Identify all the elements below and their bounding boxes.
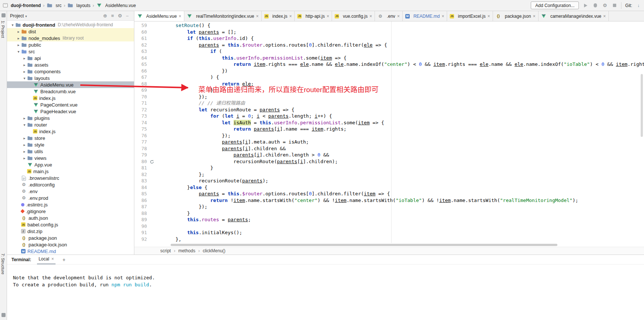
hide-panel-icon[interactable] [124,13,131,19]
tree-item-store[interactable]: store [7,135,134,141]
chevron-collapsed-icon[interactable] [16,43,21,47]
chevron-collapsed-icon[interactable] [22,70,27,74]
toolwindow-structure-button[interactable]: 7: Structure [1,253,5,274]
settings-icon[interactable] [602,3,608,9]
close-tab-icon[interactable] [256,14,259,19]
code-line[interactable]: 66 }) [134,68,644,74]
code-line[interactable]: 75 return parents[i].name === item.right… [134,126,644,132]
close-tab-icon[interactable] [442,14,444,19]
close-tab-icon[interactable] [533,14,536,19]
breadcrumb-item-asidemenu-vue[interactable]: AsideMenu.vue [96,3,136,8]
tree-item-browserslistrc[interactable]: .browserslistrc [7,175,134,181]
new-terminal-tab-icon[interactable] [61,257,67,263]
tree-item-plugins[interactable]: plugins [7,115,134,121]
tree-item-assets[interactable]: assets [7,61,134,68]
tree-item-breadcrumb-vue[interactable]: Breadcrumb.vue [7,88,134,95]
stop-icon[interactable] [611,3,617,9]
tree-item-babel-config-js[interactable]: babel.config.js [7,221,134,228]
breadcrumb-item-duoji-frontend[interactable]: duoji-frontend [11,3,41,8]
tree-item-layouts[interactable]: layouts [7,75,134,81]
chevron-collapsed-icon[interactable] [16,36,21,40]
close-tab-icon[interactable] [326,14,329,19]
tree-item-router[interactable]: router [7,121,134,128]
tab-http-api-js[interactable]: http-api.js [295,11,332,21]
code-line[interactable]: 71 // // 递归权限路由 [134,100,644,107]
code-line[interactable]: 76 }); [134,132,644,139]
code-line[interactable]: 85 parents = this.$router.options.routes… [134,191,644,197]
close-tab-icon[interactable] [179,14,181,19]
chevron-collapsed-icon[interactable] [16,30,21,34]
view-options-icon[interactable] [109,13,116,18]
code-line[interactable]: 84 }else { [134,184,644,191]
terminal-body[interactable]: Note that the development build is not o… [7,265,644,288]
code-line[interactable]: 59 setRoute() { [134,22,644,29]
code-line[interactable]: 89 this.routes = parents; [134,216,644,223]
window-menu-icon[interactable] [3,3,8,7]
code-line[interactable]: 82 }; [134,171,644,178]
tree-item-main-js[interactable]: main.js [7,168,134,175]
code-line[interactable]: 87 }); [134,203,644,210]
tree-item-eslintrc-js[interactable]: .eslintrc.js [7,201,134,208]
code-line[interactable]: 64 this.userInfo.permissionList.some(ite… [134,55,644,61]
close-tab-icon[interactable] [289,14,292,19]
code-line[interactable]: 80 recursionRoute(parents[i].children); [134,158,644,165]
chevron-expanded-icon[interactable] [10,23,15,27]
tree-item-duoji-frontend[interactable]: duoji-frontendD:\zheheWeb\duoji-frontend [7,21,134,28]
horizontal-scrollbar-thumb[interactable] [171,244,557,246]
code-line[interactable]: 67 ) { [134,74,644,81]
chevron-collapsed-icon[interactable] [22,63,27,67]
code-line[interactable]: 63 if ( [134,48,644,55]
tab-importexcel-js[interactable]: importExcel.js [447,11,493,21]
vcs-update-icon[interactable] [636,3,641,9]
code-line[interactable]: 88 } [134,210,644,217]
tree-item-package-json[interactable]: package.json [7,235,134,241]
tree-item-asidemenu-vue[interactable]: AsideMenu.vue [7,81,134,88]
chevron-collapsed-icon[interactable] [22,143,27,147]
tree-item-dist-zip[interactable]: dist.zip [7,228,134,235]
chevron-collapsed-icon[interactable] [22,116,27,120]
add-configuration-button[interactable]: Add Configuration... [531,1,579,9]
tree-item-dist[interactable]: dist [7,28,134,35]
tree-item-src[interactable]: src [7,48,134,55]
tree-item-api[interactable]: api [7,55,134,61]
tree-item-env-prod[interactable]: .env.prod [7,195,134,201]
tree-item-pagecontent-vue[interactable]: PageContent.vue [7,101,134,108]
debug-icon[interactable] [592,3,598,9]
dropdown-caret-icon[interactable] [25,13,27,18]
code-breadcrumb-clickmenu[interactable]: clickMenu() [203,248,225,253]
code-line[interactable]: 61 if (this.userInfo.id) { [134,35,644,42]
code-line[interactable]: 78 parents[i].children && [134,145,644,152]
breadcrumb-item-layouts[interactable]: layouts [67,3,90,8]
tab-index-js[interactable]: index.js [262,11,295,21]
code-line[interactable]: 92 }, [134,236,644,243]
chevron-collapsed-icon[interactable] [22,149,27,154]
chevron-collapsed-icon[interactable] [22,56,27,60]
chevron-collapsed-icon[interactable] [22,136,27,140]
tab-env[interactable]: .env [375,11,403,21]
code-line[interactable]: 77 parents[i].meta.auth = isAuth; [134,139,644,145]
code-breadcrumb-script[interactable]: script [160,248,171,253]
code-line[interactable]: 72 let recursionRoute = parents => { [134,107,644,113]
code-line[interactable]: 90 [134,223,644,230]
code-line[interactable]: 60 let parents = []; [134,29,644,36]
code-line[interactable]: 83 recursionRoute(parents); [134,178,644,184]
code-line[interactable]: 62 parents = this.$router.options.routes… [134,42,644,48]
play-icon[interactable] [583,3,588,9]
code-line[interactable]: 86 return !item.name.startsWith("center"… [134,197,644,204]
tree-item-env[interactable]: .env [7,188,134,195]
chevron-expanded-icon[interactable] [22,123,27,127]
code-line[interactable]: 73 for (let i = 0; i < parents.length; i… [134,113,644,119]
code-area[interactable]: 59 setRoute() {60 let parents = [];61 if… [134,21,644,243]
tab-asidemenu-vue[interactable]: AsideMenu.vue [134,11,184,21]
tree-item-style[interactable]: style [7,141,134,148]
toolwindow-project-button[interactable]: 1: Project [1,21,5,38]
tree-item-pageheader-vue[interactable]: PageHeader.vue [7,108,134,115]
locate-file-icon[interactable] [101,13,109,18]
tab-cameramanage-index-vue[interactable]: cameraManage\index.vue [539,11,609,21]
tree-item-package-lock-json[interactable]: package-lock.json [7,241,134,248]
tree-item-public[interactable]: public [7,41,134,48]
tree-item-views[interactable]: views [7,155,134,161]
chevron-expanded-icon[interactable] [22,76,27,80]
tab-vue-config-js[interactable]: vue.config.js [332,11,375,21]
tree-item-utils[interactable]: utils [7,148,134,155]
